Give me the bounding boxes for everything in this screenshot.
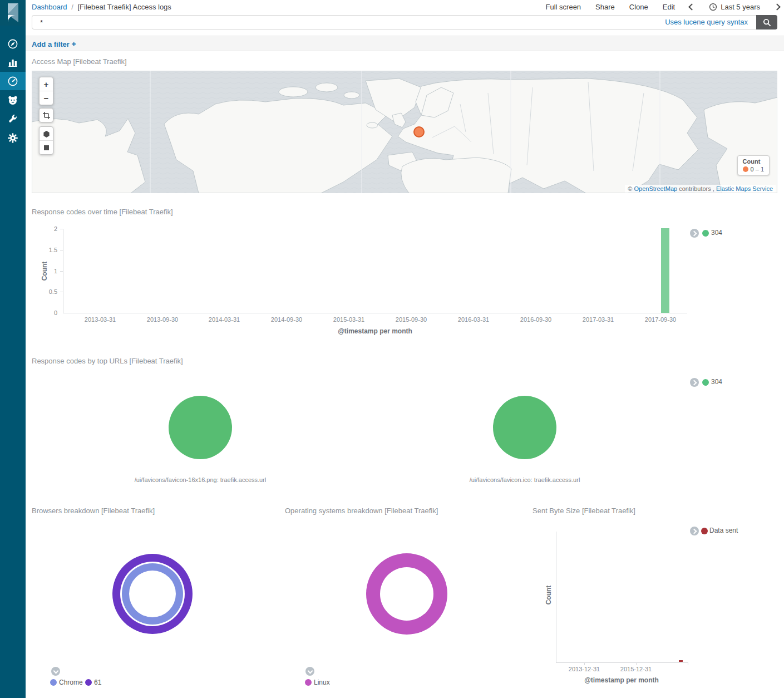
legend-dot-61 (85, 679, 92, 686)
legend-dot-304 (702, 230, 709, 237)
map-legend: Count 0 – 1 (737, 155, 770, 175)
query-value: * (40, 18, 43, 27)
time-forward-button[interactable] (773, 3, 781, 11)
tick-mark (636, 662, 637, 665)
sidebar-item-visualize[interactable] (0, 53, 26, 71)
top-urls-panel-title: Response codes by top URLs [Filebeat Tra… (32, 357, 183, 365)
osm-link[interactable]: OpenStreetMap (634, 185, 678, 192)
add-filter-button[interactable]: Add a filter + (32, 40, 76, 48)
legend-dot-data-sent (701, 528, 708, 534)
gear-icon (7, 132, 18, 144)
x-tick: 2013-03-31 (75, 316, 125, 323)
zoom-out-button[interactable]: − (40, 91, 53, 105)
hexagon-icon (43, 130, 50, 137)
legend-item-data-sent[interactable]: Data sent (709, 527, 738, 534)
map-attribution: © OpenStreetMap contributors , Elastic M… (625, 185, 776, 193)
bytes-y-axis-title: Count (545, 573, 553, 617)
time-picker-label: Last 5 years (721, 3, 760, 11)
square-icon (44, 145, 49, 150)
bar-2017-09-30[interactable] (661, 228, 669, 313)
bytes-tiny-bar[interactable] (679, 660, 683, 662)
legend-dot-304 (702, 379, 709, 386)
kibana-logo-icon (0, 0, 26, 26)
y-tick: 2 (41, 225, 57, 232)
y-tick: 1 (41, 268, 57, 274)
legend-item-304[interactable]: 304 (711, 378, 722, 386)
access-map[interactable]: + − Count (32, 71, 777, 193)
sidebar-item-dev-tools[interactable] (0, 110, 26, 128)
zoom-control-group: + − (39, 77, 53, 105)
share-button[interactable]: Share (595, 3, 615, 11)
clone-button[interactable]: Clone (629, 3, 648, 11)
fit-bounds-group (39, 108, 53, 122)
time-back-button[interactable] (688, 3, 696, 11)
search-button[interactable] (756, 15, 777, 30)
monitoring-icon (7, 95, 18, 106)
chevron-right-icon (691, 528, 697, 534)
legend-item-61[interactable]: 61 (94, 679, 101, 686)
sidebar-item-dashboard[interactable] (0, 72, 26, 90)
response-panel-title: Response codes over time [Filebeat Traef… (32, 208, 173, 216)
breadcrumb-separator: / (69, 3, 76, 11)
tick-mark (584, 662, 585, 665)
x-tick: 2013-09-30 (137, 316, 188, 323)
y-tick: 0 (41, 309, 57, 316)
draw-rectangle-button[interactable] (40, 140, 53, 154)
bytes-panel-title: Sent Byte Size [Filebeat Traefik] (532, 507, 635, 515)
search-icon (763, 18, 771, 27)
legend-collapse-toggle[interactable] (690, 229, 699, 238)
time-picker-button[interactable]: Last 5 years (709, 3, 760, 11)
pie-label-favicon-16x16: /ui/favicons/favicon-16x16.png: traefik.… (89, 476, 312, 483)
wrench-icon (7, 114, 18, 125)
legend-item-chrome[interactable]: Chrome (59, 679, 83, 686)
donut-hole (380, 567, 433, 621)
pie-favicon-16x16[interactable] (169, 396, 232, 459)
add-filter-label: Add a filter (32, 40, 70, 48)
lucene-syntax-link[interactable]: Uses lucene query syntax (665, 18, 748, 26)
fit-data-bounds-button[interactable] (40, 109, 53, 122)
zoom-in-button[interactable]: + (40, 77, 53, 91)
legend-collapse-toggle[interactable] (690, 378, 699, 387)
breadcrumb-current: [Filebeat Traefik] Access logs (77, 3, 171, 11)
kibana-dashboard-page: Dashboard / [Filebeat Traefik] Access lo… (0, 0, 784, 698)
map-panel-title: Access Map [Filebeat Traefik] (32, 57, 127, 66)
legend-collapse-toggle[interactable] (690, 527, 699, 535)
x-tick: 2015-03-31 (324, 316, 374, 323)
edit-button[interactable]: Edit (663, 3, 675, 11)
y-tick: 1.5 (41, 247, 57, 253)
pie-favicon-ico[interactable] (493, 396, 556, 459)
bytes-y-axis (556, 532, 556, 663)
legend-collapse-toggle[interactable] (305, 667, 314, 676)
x-tick: 2017-03-31 (573, 316, 623, 323)
chevron-right-icon (691, 230, 697, 236)
sidebar-item-management[interactable] (0, 129, 26, 147)
attribution-middle: contributors , (679, 185, 714, 192)
full-screen-button[interactable]: Full screen (546, 3, 581, 11)
geo-point-marker[interactable] (413, 126, 425, 137)
tick-mark (60, 292, 63, 292)
chevron-down-icon (307, 668, 313, 674)
gauge-icon (7, 76, 18, 87)
query-input[interactable]: * Uses lucene query syntax (32, 15, 777, 30)
crop-icon (43, 112, 50, 119)
x-tick: 2014-03-31 (199, 316, 249, 323)
legend-collapse-toggle[interactable] (51, 667, 60, 676)
legend-item-linux[interactable]: Linux (314, 679, 330, 686)
sidebar-item-discover[interactable] (0, 35, 26, 53)
ems-link[interactable]: Elastic Maps Service (716, 185, 773, 192)
browsers-panel-title: Browsers breakdown [Filebeat Traefik] (32, 507, 155, 515)
app-sidebar (0, 0, 26, 698)
kibana-logo[interactable] (0, 0, 26, 26)
sidebar-item-monitoring[interactable] (0, 91, 26, 109)
tick-mark (688, 662, 688, 665)
filter-bar: Add a filter + (26, 36, 784, 51)
x-tick: 2015-09-30 (386, 316, 436, 323)
response-y-axis (63, 229, 63, 313)
map-legend-range: 0 – 1 (751, 166, 764, 173)
breadcrumb: Dashboard / [Filebeat Traefik] Access lo… (32, 3, 171, 11)
draw-polygon-button[interactable] (40, 127, 53, 140)
plus-icon: + (72, 40, 76, 48)
legend-item-304[interactable]: 304 (711, 229, 722, 237)
breadcrumb-dashboard-link[interactable]: Dashboard (32, 3, 67, 11)
bytes-x-axis-title: @timestamp per month (566, 676, 677, 684)
